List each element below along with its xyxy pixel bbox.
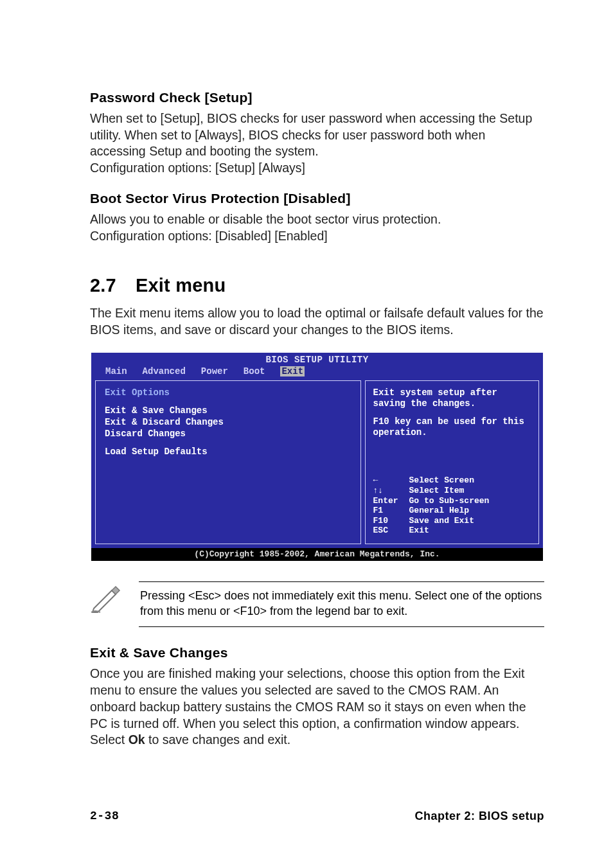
heading-exit-menu: 2.7Exit menu	[90, 275, 544, 296]
section-number: 2.7	[90, 275, 116, 296]
note-text: Pressing <Esc> does not immediately exit…	[139, 581, 544, 628]
bios-keys: ←Select Screen ↑↓Select Item EnterGo to …	[373, 475, 532, 536]
tab-exit[interactable]: Exit	[280, 366, 305, 376]
tab-main[interactable]: Main	[105, 366, 127, 376]
key-f10: F10	[373, 516, 404, 526]
key-updown-arrow-icon: ↑↓	[373, 486, 404, 496]
bios-option-discard[interactable]: Discard Changes	[105, 429, 351, 439]
text-exit-save: Once you are finished making your select…	[90, 666, 544, 748]
tab-power[interactable]: Power	[201, 366, 228, 376]
bios-help-line1: Exit system setup after saving the chang…	[373, 387, 532, 410]
key-row: EnterGo to Sub-screen	[373, 496, 532, 506]
tab-boot[interactable]: Boot	[244, 366, 265, 376]
bios-tabs: Main Advanced Power Boot Exit	[91, 365, 543, 380]
chapter-label: Chapter 2: BIOS setup	[414, 810, 544, 823]
bios-setup-box: BIOS SETUP UTILITY Main Advanced Power B…	[90, 351, 544, 562]
bios-option-save[interactable]: Exit & Save Changes	[105, 405, 351, 416]
pencil-note-icon	[90, 581, 123, 616]
key-row: ↑↓Select Item	[373, 486, 532, 496]
key-label: Select Item	[409, 486, 465, 496]
key-row: ESCExit	[373, 526, 532, 536]
bios-help-line2: F10 key can be used for this operation.	[373, 416, 532, 439]
bios-copyright: (C)Copyright 1985-2002, American Megatre…	[91, 548, 543, 561]
key-esc: ESC	[373, 526, 404, 536]
key-label: Go to Sub-screen	[409, 496, 490, 506]
text-segment: to save changes and exit.	[145, 732, 291, 747]
key-row: F10Save and Exit	[373, 516, 532, 526]
heading-exit-save: Exit & Save Changes	[90, 645, 544, 660]
bios-left-pane: Exit Options Exit & Save Changes Exit & …	[95, 380, 361, 544]
page-footer: 2-38 Chapter 2: BIOS setup	[90, 810, 544, 823]
heading-boot-sector: Boot Sector Virus Protection [Disabled]	[90, 191, 544, 206]
bios-group-title: Exit Options	[105, 387, 351, 398]
note-row: Pressing <Esc> does not immediately exit…	[90, 581, 544, 628]
key-label: Exit	[409, 526, 429, 536]
bios-title: BIOS SETUP UTILITY	[91, 353, 543, 365]
heading-password-check: Password Check [Setup]	[90, 90, 544, 105]
bios-option-discard-exit[interactable]: Exit & Discard Changes	[105, 417, 351, 427]
key-row: ←Select Screen	[373, 475, 532, 486]
key-label: Save and Exit	[409, 516, 474, 526]
tab-advanced[interactable]: Advanced	[143, 366, 186, 376]
key-label: General Help	[409, 506, 470, 516]
key-row: F1General Help	[373, 506, 532, 516]
text-bold-ok: Ok	[129, 732, 145, 747]
key-left-arrow-icon: ←	[373, 475, 404, 486]
key-f1: F1	[373, 506, 404, 516]
text-exit-intro: The Exit menu items allow you to load th…	[90, 305, 544, 338]
bios-option-defaults[interactable]: Load Setup Defaults	[105, 447, 351, 457]
page-number: 2-38	[90, 810, 119, 823]
bios-body: Exit Options Exit & Save Changes Exit & …	[91, 380, 543, 548]
bios-right-pane: Exit system setup after saving the chang…	[365, 380, 539, 544]
section-title: Exit menu	[136, 275, 226, 296]
text-password-check: When set to [Setup], BIOS checks for use…	[90, 111, 544, 177]
key-enter: Enter	[373, 496, 404, 506]
text-boot-sector: Allows you to enable or disable the boot…	[90, 211, 544, 244]
key-label: Select Screen	[409, 475, 474, 486]
bios-help-text: Exit system setup after saving the chang…	[373, 387, 532, 445]
